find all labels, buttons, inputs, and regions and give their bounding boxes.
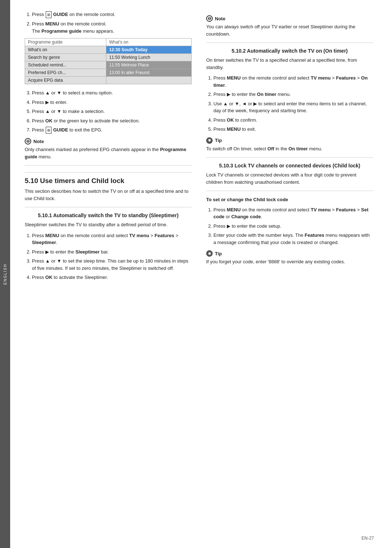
list-item: Press ▶ to enter the code setup. (213, 223, 373, 230)
subsection-title-5102: 5.10.2 Automatically switch the TV on (O… (206, 48, 373, 54)
divider-4 (206, 191, 373, 191)
divider-2 (206, 42, 373, 43)
subsection-body-5101: Sleeptimer switches the TV to standby af… (25, 221, 192, 228)
section-title-510: 5.10 Use timers and Child lock (25, 172, 192, 185)
note-icon-2: ⊖ (206, 15, 213, 22)
note-label-2: Note (215, 16, 225, 21)
list-item: Press MENU to exit. (213, 126, 373, 133)
tip-box-1: ✱ Tip To switch off On timer, select Off… (206, 137, 373, 153)
tip-text-1: To switch off On timer, select Off in th… (206, 145, 373, 153)
guide-icon: ⊞ (46, 127, 52, 134)
note-box-1: ⊖ Note Only channels marked as preferred… (25, 138, 192, 160)
tip-header-1: ✱ Tip (206, 137, 373, 144)
epg-col1-header: Programme guide (25, 38, 106, 46)
table-header-row: Programme guide What's on (25, 38, 192, 46)
list-item: Press MENU on the remote control and sel… (213, 74, 373, 89)
intro-steps: Press ⊞ GUIDE on the remote control. Pre… (25, 11, 192, 34)
childlock-steps: Press MENU on the remote control and sel… (206, 206, 373, 246)
right-col: ⊖ Note You can always switch off your TV… (206, 11, 373, 537)
list-item: Press OK to activate the Sleeptimer. (32, 274, 192, 281)
epg-cell: 11:50 Working Lunch (106, 54, 191, 61)
divider (25, 165, 192, 166)
list-item: Use ▲ or ▼, ◄ or ▶ to select and enter t… (213, 100, 373, 114)
tip-icon-1: ✱ (206, 137, 213, 144)
table-row: What's on 12:30 South Today (25, 46, 192, 54)
list-item: Press ▲ or ▼ to select a menu option. (32, 89, 192, 97)
tip-label-1: Tip (215, 138, 222, 143)
epg-cell: 11:55 Melrose Place (106, 61, 191, 69)
list-item: Press OK or the green key to activate th… (32, 117, 192, 125)
subsection-body-5102: On timer switches the TV to a specified … (206, 57, 373, 71)
epg-cell: Acquire EPG data (25, 77, 106, 84)
epg-cell: What's on (25, 46, 106, 54)
note-header-2: ⊖ Note (206, 15, 373, 22)
note-icon: ⊖ (25, 138, 31, 145)
guide-icon: ⊞ (46, 11, 52, 18)
list-item: Enter your code with the number keys. Th… (213, 232, 373, 246)
epg-cell: 13:00 In aller Freund (106, 69, 191, 77)
note-header: ⊖ Note (25, 138, 192, 145)
epg-cell: Scheduled remind... (25, 61, 106, 69)
epg-col2-header: What's on (106, 38, 191, 46)
sleeptimer-steps: Press MENU on the remote control and sel… (25, 232, 192, 281)
tip-text-2: If you forget your code, enter '8888' to… (206, 258, 373, 265)
table-row: Search by genre 11:50 Working Lunch (25, 54, 192, 61)
table-row: Scheduled remind... 11:55 Melrose Place (25, 61, 192, 69)
left-col: Press ⊞ GUIDE on the remote control. Pre… (25, 11, 192, 537)
list-item: Press ▶ to enter. (32, 99, 192, 106)
tip-label-2: Tip (215, 251, 222, 256)
divider-3 (206, 157, 373, 158)
tip-box-2: ✱ Tip If you forget your code, enter '88… (206, 250, 373, 265)
side-tab-text: ENGLISH (3, 264, 7, 285)
list-item: Press ▶ to enter the Sleeptimer bar. (32, 248, 192, 256)
page-container: ENGLISH Press ⊞ GUIDE on the remote cont… (0, 0, 392, 548)
subsection-title-5101: 5.10.1 Automatically switch the TV to st… (25, 212, 192, 218)
list-item: Press MENU on the remote control. The Pr… (32, 20, 192, 34)
epg-cell: Search by genre (25, 54, 106, 61)
page-number: EN-27 (362, 536, 374, 541)
list-item: Press ▲ or ▼ to set the sleep time. This… (32, 257, 192, 272)
list-item: Press OK to confirm. (213, 117, 373, 124)
continue-steps: Press ▲ or ▼ to select a menu option. Pr… (25, 89, 192, 134)
table-row: Acquire EPG data (25, 77, 192, 84)
list-item: Press MENU on the remote control and sel… (32, 232, 192, 246)
tip-header-2: ✱ Tip (206, 250, 373, 257)
list-item: Press ⊞ GUIDE on the remote control. (32, 11, 192, 18)
list-item: Press ▲ or ▼ to make a selection. (32, 108, 192, 115)
ontimer-steps: Press MENU on the remote control and sel… (206, 74, 373, 133)
epg-cell: Preferred EPG ch... (25, 69, 106, 77)
epg-cell (106, 77, 191, 84)
side-tab: ENGLISH (0, 0, 10, 548)
subsection-title-5103: 5.10.3 Lock TV channels or connected dev… (206, 163, 373, 169)
epg-table: Programme guide What's on What's on 12:3… (25, 38, 192, 84)
note-label: Note (33, 139, 44, 144)
table-row: Preferred EPG ch... 13:00 In aller Freun… (25, 69, 192, 77)
list-item: Press ▶ to enter the On timer menu. (213, 91, 373, 98)
note-box-2: ⊖ Note You can always switch off your TV… (206, 15, 373, 37)
subsection-body-5103: Lock TV channels or connected devices wi… (206, 171, 373, 186)
section-body-510: This section describes how to switch the… (25, 188, 192, 202)
list-item: Press MENU on the remote control and sel… (213, 206, 373, 220)
main-content: Press ⊞ GUIDE on the remote control. Pre… (10, 0, 392, 548)
epg-cell: 12:30 South Today (106, 46, 191, 54)
tip-icon-2: ✱ (206, 250, 213, 257)
note-text-2: You can always switch off your TV earlie… (206, 23, 373, 37)
note-text: Only channels marked as preferred EPG ch… (25, 146, 192, 160)
divider (25, 207, 192, 207)
list-item: Press ⊞ GUIDE to exit the EPG. (32, 126, 192, 134)
childlock-subtitle: To set or change the Child lock code (206, 196, 373, 203)
